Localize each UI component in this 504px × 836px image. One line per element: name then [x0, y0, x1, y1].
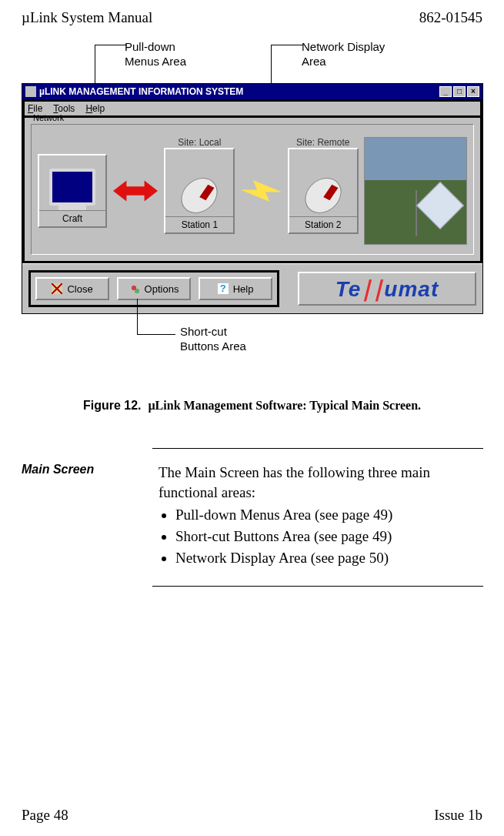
doc-number-right: 862-01545	[419, 9, 482, 26]
window-titlebar[interactable]: µLINK MANAGEMENT INFORMATION SYSTEM _ □ …	[22, 84, 482, 99]
app-icon	[25, 86, 36, 97]
close-button-label: Close	[67, 283, 92, 295]
dish-antenna-icon	[292, 159, 354, 213]
shortcut-buttons-area: Close Options ? Help Te∣∣umat	[22, 263, 482, 313]
leader-line	[137, 334, 175, 335]
group-label-network: Network	[33, 113, 64, 122]
callout-pulldown-menus: Pull-down Menus Area	[125, 40, 186, 69]
station1-panel[interactable]: Site: Local Station 1	[164, 148, 235, 234]
leader-line	[95, 45, 127, 45]
site-local-label: Site: Local	[178, 137, 221, 148]
minimize-button[interactable]: _	[439, 86, 452, 97]
page-number: Page 48	[22, 807, 68, 824]
craft-caption: Craft	[39, 210, 105, 226]
menu-file[interactable]: File	[28, 103, 42, 114]
maximize-button[interactable]: □	[453, 86, 466, 97]
leader-line	[137, 299, 138, 334]
site-photo	[364, 137, 467, 245]
station2-caption: Station 2	[289, 216, 357, 232]
doc-title-left: µLink System Manual	[22, 9, 152, 26]
section-rule	[152, 586, 483, 587]
options-icon	[129, 283, 140, 294]
figure-caption: Figure 12. µLink Management Software: Ty…	[22, 399, 482, 413]
link-arrows-icon	[112, 174, 159, 208]
leader-line	[271, 45, 303, 45]
close-window-button[interactable]: ×	[467, 86, 479, 97]
callout-shortcut-buttons: Short-cut Buttons Area	[180, 325, 246, 354]
brand-logo: Te∣∣umat	[335, 276, 439, 302]
help-button-label: Help	[233, 283, 254, 295]
close-button[interactable]: Close	[35, 277, 109, 300]
dish-antenna-icon	[169, 159, 230, 213]
list-item: Network Display Area (see page 50)	[175, 548, 482, 568]
help-icon: ?	[218, 283, 229, 294]
menu-help[interactable]: Help	[85, 103, 105, 114]
door-exit-icon	[52, 283, 62, 294]
side-heading-main-screen: Main Screen	[22, 463, 137, 569]
site-remote-label: Site: Remote	[296, 137, 349, 148]
callout-network-display: Network Display Area	[302, 40, 385, 69]
menu-tools[interactable]: Tools	[53, 103, 75, 114]
options-button-label: Options	[145, 283, 179, 295]
list-item: Short-cut Buttons Area (see page 49)	[175, 527, 482, 547]
station1-caption: Station 1	[165, 216, 233, 232]
window-title: µLINK MANAGEMENT INFORMATION SYSTEM	[39, 86, 243, 97]
options-button[interactable]: Options	[117, 277, 191, 300]
craft-panel[interactable]: Craft	[38, 154, 107, 228]
station2-panel[interactable]: Site: Remote Station 2	[288, 148, 359, 234]
issue-label: Issue 1b	[434, 807, 482, 824]
section-rule	[152, 448, 483, 449]
brand-panel: Te∣∣umat	[298, 272, 476, 306]
menu-bar: File Tools Help	[22, 99, 482, 118]
monitor-icon	[49, 169, 95, 206]
network-display-area: Network Craft Site: Local Station 1 Site…	[22, 118, 482, 263]
help-button[interactable]: ? Help	[199, 277, 272, 300]
lightning-icon	[241, 180, 282, 202]
app-window: µLINK MANAGEMENT INFORMATION SYSTEM _ □ …	[22, 83, 483, 314]
svg-marker-0	[113, 180, 158, 201]
list-item: Pull-down Menus Area (see page 49)	[175, 505, 482, 525]
body-paragraph: The Main Screen has the following three …	[159, 463, 482, 569]
